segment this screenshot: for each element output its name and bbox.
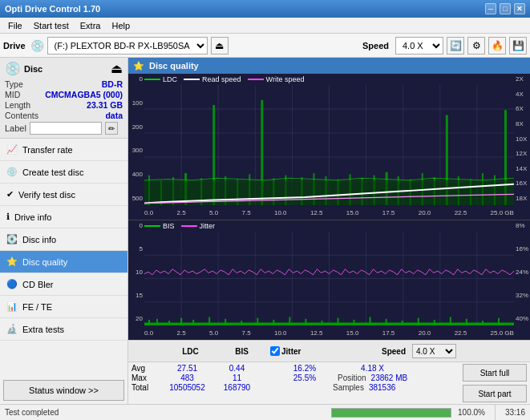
stats-headers-row: LDC BIS Jitter Speed 4.0 X xyxy=(128,341,530,362)
disc-eject-icon[interactable]: ⏏ xyxy=(111,61,123,76)
toolbar: Drive 💿 (F:) PLEXTOR BD-R PX-LB950SA 1.0… xyxy=(0,34,530,58)
cd-bler-icon: 🔵 xyxy=(6,279,18,289)
close-button[interactable]: ✕ xyxy=(514,3,525,14)
legend-read-speed-color xyxy=(184,79,200,80)
minimize-button[interactable]: ─ xyxy=(485,3,496,14)
drive-select[interactable]: (F:) PLEXTOR BD-R PX-LB950SA 1.06 xyxy=(47,37,208,55)
nav-disc-quality-label: Disc quality xyxy=(22,257,67,267)
chart2-y-axis-right: 40% 32% 24% 16% 8% xyxy=(514,220,530,324)
nav-create-test-disc[interactable]: 💿 Create test disc xyxy=(0,161,127,184)
menu-extra[interactable]: Extra xyxy=(75,19,106,32)
svg-rect-70 xyxy=(305,319,306,325)
menu-file[interactable]: File xyxy=(3,19,27,32)
stats-col-speed-header: Speed xyxy=(382,347,406,356)
legend-jitter-color xyxy=(181,225,197,227)
drive-label: Drive xyxy=(3,41,27,50)
eject-button[interactable]: ⏏ xyxy=(211,37,229,55)
stats-total-row: Total 10505052 168790 Samples 381536 xyxy=(131,383,456,392)
start-full-button[interactable]: Start full xyxy=(463,364,527,382)
y-left-200: 200 xyxy=(128,123,144,131)
refresh-button[interactable]: 🔄 xyxy=(447,37,464,55)
x1-20: 20.0 xyxy=(419,209,431,216)
start-part-button[interactable]: Start part xyxy=(463,385,527,402)
stats-avg-bis: 0.44 xyxy=(215,364,259,373)
menu-start-test[interactable]: Start test xyxy=(29,19,74,32)
nav-disc-quality[interactable]: ⭐ Disc quality xyxy=(0,251,127,273)
svg-rect-67 xyxy=(257,318,258,325)
x2-5: 5.0 xyxy=(209,329,218,337)
sidebar: 💿 Disc ⏏ Type BD-R MID CMCMAGBA5 (000) L… xyxy=(0,58,128,404)
label-edit-button[interactable]: ✏ xyxy=(105,122,118,135)
legend-bis-color xyxy=(144,225,160,227)
stats-avg-row: Avg 27.51 0.44 16.2% 4.18 X xyxy=(131,364,456,373)
x2-7-5: 7.5 xyxy=(241,329,250,337)
legend-write-speed-label: Write speed xyxy=(266,75,305,83)
nav-cd-bler[interactable]: 🔵 CD Bler xyxy=(0,273,127,296)
x2-15: 15.0 xyxy=(346,329,359,337)
charts-container: LDC Read speed Write speed 500 400 30 xyxy=(128,74,530,340)
maximize-button[interactable]: □ xyxy=(500,3,511,14)
burn-button[interactable]: 🔥 xyxy=(488,37,506,55)
disc-label-input[interactable] xyxy=(30,122,102,135)
y-right-10x: 10X xyxy=(514,135,530,143)
svg-rect-59 xyxy=(148,320,150,325)
create-test-disc-icon: 💿 xyxy=(6,167,18,177)
x1-0: 0.0 xyxy=(144,209,153,216)
x1-10: 10.0 xyxy=(274,209,287,216)
status-text: Test completed xyxy=(5,408,325,417)
stats-avg-jitter: 16.2% xyxy=(277,364,333,373)
x1-25: 25.0 GB xyxy=(491,209,514,216)
chart-header-title: Disc quality xyxy=(149,61,199,71)
disc-mid-value: CMCMAGBA5 (000) xyxy=(45,90,123,99)
stats-max-label: Max xyxy=(131,374,160,382)
nav-extra-tests[interactable]: 🔬 Extra tests xyxy=(0,318,127,341)
y2-left-5: 5 xyxy=(128,245,144,252)
nav-disc-info[interactable]: 💽 Disc info xyxy=(0,228,127,251)
settings-button[interactable]: ⚙ xyxy=(467,37,485,55)
nav-create-test-disc-label: Create test disc xyxy=(22,168,83,177)
y-right-16x: 16X xyxy=(514,180,530,187)
x2-10: 10.0 xyxy=(274,329,287,337)
save-button[interactable]: 💾 xyxy=(509,37,527,55)
disc-type-row: Type BD-R xyxy=(5,79,123,89)
y2-left-0: 0 xyxy=(128,222,144,229)
x2-0: 0.0 xyxy=(144,329,153,337)
chart2-y-axis-left: 20 15 10 5 0 xyxy=(128,220,144,324)
right-content: ⭐ Disc quality LDC Read speed xyxy=(128,58,530,404)
status-bar: Test completed 100.0% 33:16 xyxy=(0,404,530,420)
stats-max-ldc: 483 xyxy=(161,374,213,382)
nav-transfer-rate[interactable]: 📈 Transfer rate xyxy=(0,139,127,161)
nav-verify-test-disc[interactable]: ✔ Verify test disc xyxy=(0,184,127,206)
chart1: LDC Read speed Write speed 500 400 30 xyxy=(128,74,530,220)
nav-drive-info-label: Drive info xyxy=(14,212,51,222)
disc-contents-label: Contents xyxy=(5,111,38,120)
speed-dropdown[interactable]: 4.0 X xyxy=(412,344,456,358)
stats-avg-speed: 4.18 X xyxy=(361,364,384,373)
svg-rect-60 xyxy=(156,319,158,325)
svg-rect-72 xyxy=(338,318,339,325)
nav-fe-te[interactable]: 📊 FE / TE xyxy=(0,296,127,318)
time-label: 33:16 xyxy=(505,408,525,417)
stats-col-ldc-header: LDC xyxy=(164,347,216,356)
disc-quality-icon: ⭐ xyxy=(6,256,18,267)
y-left-0: 0 xyxy=(128,75,144,83)
svg-rect-79 xyxy=(450,317,451,325)
nav-drive-info[interactable]: ℹ Drive info xyxy=(0,206,127,228)
y2-right-32: 32% xyxy=(514,292,530,299)
disc-panel-icon: 💿 xyxy=(5,61,21,76)
menu-bar: File Start test Extra Help xyxy=(0,18,530,34)
drive-icon: 💿 xyxy=(30,39,44,52)
speed-select[interactable]: 4.0 X xyxy=(395,37,443,55)
legend-jitter: Jitter xyxy=(181,222,216,230)
nav-verify-test-disc-label: Verify test disc xyxy=(18,190,75,200)
title-bar: Opti Drive Control 1.70 ─ □ ✕ xyxy=(0,0,530,18)
progress-label: 100.0% xyxy=(458,408,485,417)
disc-mid-row: MID CMCMAGBA5 (000) xyxy=(5,90,123,99)
svg-rect-62 xyxy=(180,318,182,325)
x1-17-5: 17.5 xyxy=(382,209,395,216)
legend-ldc: LDC xyxy=(144,75,177,83)
menu-help[interactable]: Help xyxy=(107,19,135,32)
jitter-checkbox[interactable] xyxy=(270,346,280,356)
legend-write-speed-color xyxy=(248,79,264,80)
status-window-button[interactable]: Status window >> xyxy=(3,380,124,401)
